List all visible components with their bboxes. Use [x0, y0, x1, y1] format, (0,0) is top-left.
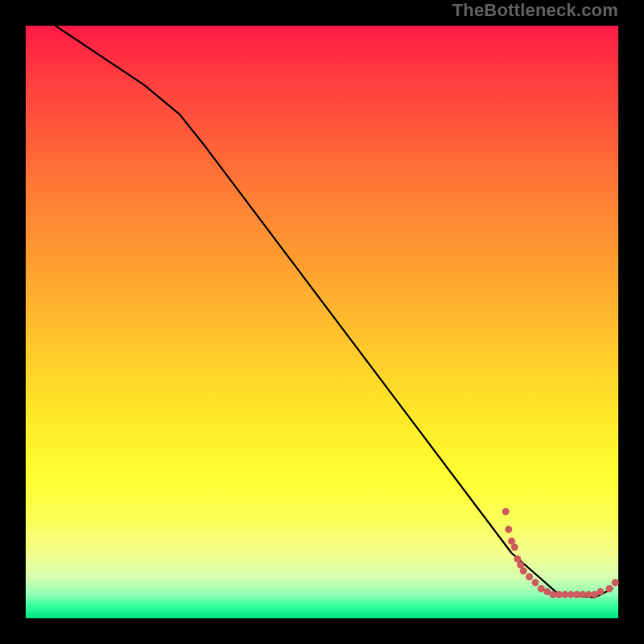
plot-area [26, 26, 618, 618]
watermark-text: TheBottleneck.com [452, 0, 618, 21]
scatter-point [511, 543, 518, 551]
scatter-point [505, 526, 512, 533]
chart-container: TheBottleneck.com [0, 0, 644, 644]
bottleneck-curve [56, 26, 613, 597]
scatter-point [532, 579, 539, 586]
scatter-point [597, 588, 604, 595]
chart-svg [26, 26, 618, 618]
scatter-point [612, 579, 619, 586]
scatter-point [526, 573, 533, 580]
scatter-points [502, 508, 619, 598]
scatter-point [520, 568, 527, 575]
scatter-point [502, 508, 510, 515]
scatter-point [606, 585, 613, 592]
